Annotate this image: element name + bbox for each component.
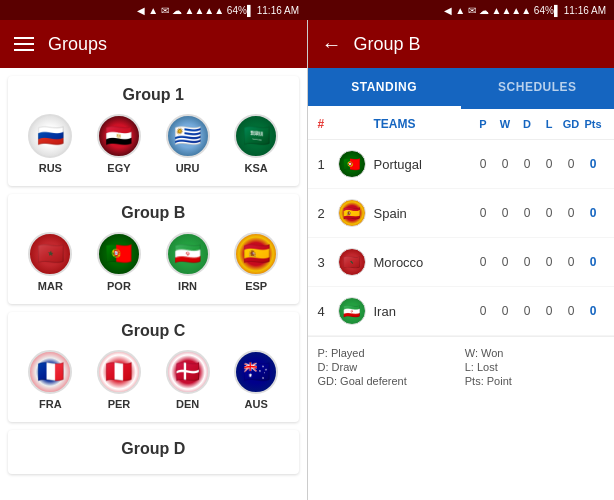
status-icons-left: ◀ ▲ ✉ ☁ ▲▲▲▲ 64%▌ 11:16 AM [137, 5, 299, 16]
hamburger-menu-icon[interactable] [14, 37, 34, 51]
group-section-1: Group 1 🇷🇺 RUS 🇪🇬 EGY 🇺🇾 URU [8, 76, 299, 186]
col-header-teams: TEAMS [338, 117, 473, 131]
team-code-irn: IRN [178, 280, 197, 292]
stat-mar-l: 0 [538, 255, 560, 269]
standing-name-morocco: Morocco [374, 255, 473, 270]
group-d-title: Group D [16, 440, 291, 458]
flag-ksa: 🇸🇦 [234, 114, 278, 158]
team-code-per: PER [108, 398, 131, 410]
group-c-title: Group C [16, 322, 291, 340]
group-b-teams: 🇲🇦 MAR 🇵🇹 POR 🇮🇷 IRN 🇪🇸 [16, 232, 291, 292]
stat-por-w: 0 [494, 157, 516, 171]
team-code-fra: FRA [39, 398, 62, 410]
team-code-rus: RUS [39, 162, 62, 174]
flag-rus: 🇷🇺 [28, 114, 72, 158]
back-icon[interactable]: ← [322, 33, 342, 56]
stat-esp-p: 0 [472, 206, 494, 220]
stat-irn-l: 0 [538, 304, 560, 318]
team-fra[interactable]: 🇫🇷 FRA [28, 350, 72, 410]
right-header: ← Group B [308, 20, 615, 68]
team-aus[interactable]: 🇦🇺 AUS [234, 350, 278, 410]
team-code-uru: URU [176, 162, 200, 174]
team-irn[interactable]: 🇮🇷 IRN [166, 232, 210, 292]
col-header-num: # [318, 117, 338, 131]
legend-w: W: Won [465, 347, 604, 359]
legend-pts: Pts: Point [465, 375, 604, 387]
stat-por-l: 0 [538, 157, 560, 171]
stat-esp-w: 0 [494, 206, 516, 220]
team-rus[interactable]: 🇷🇺 RUS [28, 114, 72, 174]
stat-mar-w: 0 [494, 255, 516, 269]
flag-por: 🇵🇹 [97, 232, 141, 276]
team-egy[interactable]: 🇪🇬 EGY [97, 114, 141, 174]
team-per[interactable]: 🇵🇪 PER [97, 350, 141, 410]
legend-l: L: Lost [465, 361, 604, 373]
standing-rank-4: 4 [318, 304, 338, 319]
right-panel: ← Group B STANDING SCHEDULES # TEAMS P W… [308, 20, 615, 500]
team-code-por: POR [107, 280, 131, 292]
group-1-title: Group 1 [16, 86, 291, 104]
stat-irn-pts: 0 [582, 304, 604, 318]
stat-irn-p: 0 [472, 304, 494, 318]
team-code-aus: AUS [245, 398, 268, 410]
stat-esp-pts: 0 [582, 206, 604, 220]
tab-standing[interactable]: STANDING [308, 68, 461, 109]
stat-irn-gd: 0 [560, 304, 582, 318]
flag-per: 🇵🇪 [97, 350, 141, 394]
stat-por-d: 0 [516, 157, 538, 171]
stat-mar-p: 0 [472, 255, 494, 269]
flag-den: 🇩🇰 [166, 350, 210, 394]
stat-esp-l: 0 [538, 206, 560, 220]
col-header-pts: Pts [582, 118, 604, 130]
col-header-p: P [472, 118, 494, 130]
team-esp[interactable]: 🇪🇸 ESP [234, 232, 278, 292]
stat-mar-pts: 0 [582, 255, 604, 269]
stat-irn-w: 0 [494, 304, 516, 318]
standing-row-portugal[interactable]: 1 🇵🇹 Portugal 0 0 0 0 0 0 [308, 140, 615, 189]
team-mar[interactable]: 🇲🇦 MAR [28, 232, 72, 292]
standing-name-portugal: Portugal [374, 157, 473, 172]
flag-fra: 🇫🇷 [28, 350, 72, 394]
flag-irn: 🇮🇷 [166, 232, 210, 276]
team-den[interactable]: 🇩🇰 DEN [166, 350, 210, 410]
col-header-gd: GD [560, 118, 582, 130]
team-code-egy: EGY [107, 162, 130, 174]
left-panel-title: Groups [48, 34, 107, 55]
group-c-teams: 🇫🇷 FRA 🇵🇪 PER 🇩🇰 DEN 🇦🇺 [16, 350, 291, 410]
group-1-teams: 🇷🇺 RUS 🇪🇬 EGY 🇺🇾 URU 🇸🇦 [16, 114, 291, 174]
standing-row-iran[interactable]: 4 🇮🇷 Iran 0 0 0 0 0 0 [308, 287, 615, 336]
standing-name-spain: Spain [374, 206, 473, 221]
stat-por-gd: 0 [560, 157, 582, 171]
team-ksa[interactable]: 🇸🇦 KSA [234, 114, 278, 174]
flag-egy: 🇪🇬 [97, 114, 141, 158]
status-bar-right: ◀ ▲ ✉ ☁ ▲▲▲▲ 64%▌ 11:16 AM [307, 0, 614, 20]
stat-esp-d: 0 [516, 206, 538, 220]
flag-mar: 🇲🇦 [28, 232, 72, 276]
team-por[interactable]: 🇵🇹 POR [97, 232, 141, 292]
table-header-row: # TEAMS P W D L GD Pts [308, 109, 615, 140]
left-panel: Groups Group 1 🇷🇺 RUS 🇪🇬 EGY [0, 20, 307, 500]
groups-list: Group 1 🇷🇺 RUS 🇪🇬 EGY 🇺🇾 URU [0, 68, 307, 500]
stat-por-p: 0 [472, 157, 494, 171]
flag-aus: 🇦🇺 [234, 350, 278, 394]
tabs-row: STANDING SCHEDULES [308, 68, 615, 109]
group-section-d: Group D [8, 430, 299, 474]
standing-row-spain[interactable]: 2 🇪🇸 Spain 0 0 0 0 0 0 [308, 189, 615, 238]
flag-uru: 🇺🇾 [166, 114, 210, 158]
stat-esp-gd: 0 [560, 206, 582, 220]
group-b-title: Group B [16, 204, 291, 222]
team-code-esp: ESP [245, 280, 267, 292]
group-section-b: Group B 🇲🇦 MAR 🇵🇹 POR 🇮🇷 IRN [8, 194, 299, 304]
status-bar-left: ◀ ▲ ✉ ☁ ▲▲▲▲ 64%▌ 11:16 AM [0, 0, 307, 20]
team-code-mar: MAR [38, 280, 63, 292]
legend-p: P: Played [318, 347, 457, 359]
flag-esp: 🇪🇸 [234, 232, 278, 276]
tab-schedules[interactable]: SCHEDULES [461, 68, 614, 109]
right-panel-title: Group B [354, 34, 421, 55]
team-uru[interactable]: 🇺🇾 URU [166, 114, 210, 174]
flag-iran: 🇮🇷 [338, 297, 366, 325]
standing-row-morocco[interactable]: 3 🇲🇦 Morocco 0 0 0 0 0 0 [308, 238, 615, 287]
team-code-den: DEN [176, 398, 199, 410]
legend-d: D: Draw [318, 361, 457, 373]
flag-morocco: 🇲🇦 [338, 248, 366, 276]
